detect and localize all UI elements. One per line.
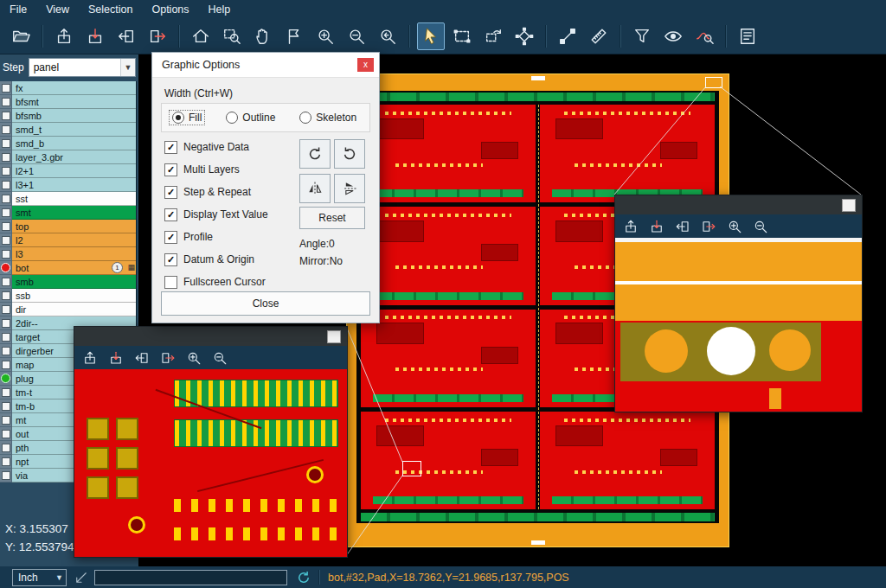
chevron-down-icon[interactable]: ▼ — [120, 59, 135, 76]
box-arrow-right-button[interactable] — [157, 348, 179, 368]
layer-select-cell[interactable] — [0, 275, 12, 289]
layer-visibility-checkbox[interactable] — [2, 444, 10, 452]
draft-corner-icon[interactable] — [74, 570, 89, 585]
layer-select-cell[interactable] — [0, 123, 12, 137]
menu-file[interactable]: File — [0, 1, 36, 18]
layer-select-cell[interactable] — [0, 81, 12, 95]
box-arrow-down-button[interactable] — [81, 22, 109, 50]
layer-row-bot[interactable]: bot1▦ — [0, 261, 136, 275]
checkbox-fullscreen-cursor[interactable]: Fullscreen Cursor — [164, 271, 294, 293]
layer-row-smd-t[interactable]: smd_t — [0, 123, 136, 137]
box-arrow-down-button[interactable] — [105, 348, 127, 368]
zoom-out-button[interactable] — [343, 22, 370, 50]
pcb-board-cell[interactable] — [361, 412, 536, 509]
layer-select-cell[interactable] — [0, 206, 12, 220]
radio-outline[interactable]: Outline — [223, 111, 278, 125]
layer-name-cell[interactable]: smd_t — [12, 123, 136, 137]
layer-select-cell[interactable] — [0, 261, 12, 275]
menu-view[interactable]: View — [36, 1, 79, 18]
layer-row-l2[interactable]: l2 — [0, 233, 136, 247]
layer-select-cell[interactable] — [0, 344, 12, 358]
radio-skeleton[interactable]: Skeleton — [297, 111, 359, 125]
menu-options[interactable]: Options — [142, 1, 198, 18]
layer-visibility-checkbox[interactable] — [2, 195, 10, 203]
select-cursor-button[interactable] — [417, 22, 445, 50]
command-input[interactable] — [94, 570, 287, 585]
menu-selection[interactable]: Selection — [79, 1, 142, 18]
layer-visibility-checkbox[interactable] — [2, 347, 10, 355]
layer-visibility-checkbox[interactable] — [2, 98, 10, 106]
layer-name-cell[interactable]: bot1▦ — [12, 261, 136, 275]
pcb-board-cell[interactable] — [361, 207, 536, 304]
layer-row-smb[interactable]: smb — [0, 275, 136, 289]
layer-select-cell[interactable] — [0, 137, 12, 150]
layer-select-cell[interactable] — [0, 109, 12, 123]
layer-select-cell[interactable] — [0, 150, 12, 164]
zoom-in-button[interactable] — [183, 348, 205, 368]
layer-name-cell[interactable]: bfsmt — [12, 95, 136, 109]
layer-row-smd-b[interactable]: smd_b — [0, 137, 136, 150]
layer-visibility-checkbox[interactable] — [2, 84, 10, 93]
magnifier-view[interactable] — [74, 369, 347, 557]
layer-visibility-checkbox[interactable] — [2, 416, 10, 425]
layer-visibility-checkbox[interactable] — [2, 278, 10, 286]
refresh-icon[interactable] — [296, 570, 311, 585]
layer-row-top[interactable]: top — [0, 220, 136, 233]
layer-visibility-checkbox[interactable] — [2, 208, 10, 217]
pcb-board-cell[interactable] — [361, 310, 536, 407]
layer-name-cell[interactable]: sst — [12, 192, 136, 206]
layer-select-cell[interactable] — [0, 330, 12, 344]
layer-select-cell[interactable] — [0, 441, 12, 455]
select-rectangle-button[interactable] — [448, 22, 476, 50]
layer-select-cell[interactable] — [0, 469, 12, 483]
snap-diamond-button[interactable] — [510, 22, 538, 50]
layer-name-cell[interactable]: ssb — [12, 289, 136, 303]
layer-visibility-checkbox[interactable] — [2, 430, 10, 438]
layer-select-cell[interactable] — [0, 399, 12, 413]
magnifier-view[interactable] — [615, 238, 862, 412]
layer-row-bfsmt[interactable]: bfsmt — [0, 95, 136, 109]
layer-row-fx[interactable]: fx — [0, 81, 136, 95]
layer-visibility-checkbox[interactable] — [2, 291, 10, 300]
box-arrow-left-button[interactable] — [131, 348, 153, 368]
layer-row-layer-3-gbr[interactable]: layer_3.gbr — [0, 150, 136, 164]
window-button[interactable] — [842, 199, 856, 212]
layer-name-cell[interactable]: bfsmb — [12, 109, 136, 123]
unit-select[interactable]: Inch ▼ — [12, 569, 67, 586]
layer-row-sst[interactable]: sst — [0, 192, 136, 206]
mirror-horizontal-button[interactable] — [299, 174, 331, 203]
dialog-titlebar[interactable]: Graphic Options — [152, 53, 379, 78]
report-list-button[interactable] — [734, 22, 761, 50]
pcb-board-cell[interactable] — [540, 105, 715, 202]
magnifier-window-1[interactable] — [74, 326, 348, 558]
layer-visibility-checkbox[interactable] — [2, 153, 10, 162]
layer-row-dir[interactable]: dir — [0, 303, 136, 316]
checkbox-multi-layers[interactable]: ✓Multi Layers — [164, 158, 294, 181]
highlight-eye-button[interactable] — [659, 22, 687, 50]
layer-select-cell[interactable] — [0, 233, 12, 247]
layer-name-cell[interactable]: l3 — [12, 247, 136, 261]
rotate-cw-button[interactable] — [299, 139, 331, 169]
layer-name-cell[interactable]: l2+1 — [12, 164, 136, 178]
box-arrow-right-button[interactable] — [144, 22, 171, 50]
layer-row-l3[interactable]: l3 — [0, 247, 136, 261]
layer-visibility-checkbox[interactable] — [2, 125, 10, 134]
layer-name-cell[interactable]: l2 — [12, 233, 136, 247]
box-arrow-left-button[interactable] — [112, 22, 140, 50]
layer-visibility-checkbox[interactable] — [2, 236, 10, 245]
layer-select-cell[interactable] — [0, 192, 12, 206]
layer-name-cell[interactable]: smd_b — [12, 137, 136, 150]
layer-visibility-checkbox[interactable] — [2, 333, 10, 342]
home-button[interactable] — [187, 22, 215, 50]
window-button[interactable] — [327, 330, 341, 343]
layer-visibility-checkbox[interactable] — [2, 222, 10, 231]
layer-row-ssb[interactable]: ssb — [0, 289, 136, 303]
layer-visibility-checkbox[interactable] — [2, 388, 10, 397]
layer-name-cell[interactable]: smb — [12, 275, 136, 289]
layer-visibility-checkbox[interactable] — [2, 250, 10, 259]
layer-visibility-checkbox[interactable] — [2, 112, 10, 120]
flag-note-button[interactable] — [280, 22, 308, 50]
mirror-vertical-button[interactable] — [334, 174, 365, 203]
layer-name-cell[interactable]: fx — [12, 81, 136, 95]
box-arrow-up-button[interactable] — [50, 22, 78, 50]
